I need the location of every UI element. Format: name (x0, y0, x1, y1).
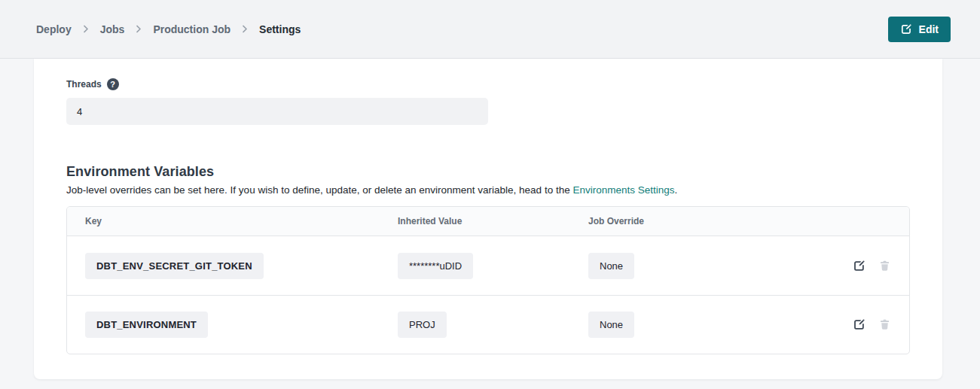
env-var-inherited-value: ********uDID (398, 253, 473, 279)
pen-to-square-icon[interactable] (853, 260, 866, 272)
threads-label: Threads (66, 79, 102, 90)
env-var-key: DBT_ENVIRONMENT (85, 312, 208, 338)
column-header-inherited-value: Inherited Value (398, 216, 588, 226)
breadcrumb: Deploy Jobs Production Job Settings (36, 23, 301, 35)
description-text: Job-level overrides can be set here. If … (66, 184, 572, 196)
breadcrumb-item-deploy[interactable]: Deploy (36, 23, 72, 35)
description-period: . (675, 184, 678, 196)
environments-settings-link[interactable]: Environments Settings (572, 184, 674, 196)
env-var-job-override: None (588, 312, 634, 338)
env-vars-table: Key Inherited Value Job Override DBT_ENV… (66, 206, 910, 354)
breadcrumb-item-production-job[interactable]: Production Job (153, 23, 230, 35)
env-var-inherited-value: PROJ (398, 312, 447, 338)
threads-field: Threads ? 4 (66, 78, 910, 125)
breadcrumb-item-settings: Settings (259, 23, 301, 35)
column-header-job-override: Job Override (588, 216, 819, 226)
row-actions (819, 260, 891, 272)
table-header-row: Key Inherited Value Job Override (67, 207, 909, 236)
threads-input: 4 (66, 98, 488, 125)
section-title: Environment Variables (66, 164, 910, 180)
pen-to-square-icon[interactable] (853, 318, 866, 331)
chevron-right-icon (135, 25, 142, 33)
environment-variables-section: Environment Variables Job-level override… (66, 164, 910, 354)
question-circle-icon[interactable]: ? (107, 78, 119, 90)
edit-button-label: Edit (919, 23, 939, 35)
column-header-key: Key (85, 216, 398, 226)
breadcrumb-item-jobs[interactable]: Jobs (100, 23, 125, 35)
edit-button[interactable]: Edit (888, 17, 951, 42)
chevron-right-icon (241, 25, 249, 33)
table-row: DBT_ENVIRONMENT PROJ None (67, 295, 909, 354)
topbar: Deploy Jobs Production Job Settings Edit (0, 0, 980, 59)
chevron-right-icon (82, 25, 90, 33)
threads-value: 4 (77, 106, 82, 117)
env-var-key: DBT_ENV_SECRET_GIT_TOKEN (85, 253, 264, 279)
trash-icon[interactable] (878, 318, 891, 331)
trash-icon[interactable] (878, 260, 891, 272)
env-var-job-override: None (588, 253, 634, 279)
pen-to-square-icon (900, 23, 912, 35)
settings-card: Threads ? 4 Environment Variables Job-le… (34, 59, 942, 379)
section-description: Job-level overrides can be set here. If … (66, 184, 910, 196)
table-row: DBT_ENV_SECRET_GIT_TOKEN ********uDID No… (67, 236, 909, 295)
row-actions (819, 318, 891, 331)
